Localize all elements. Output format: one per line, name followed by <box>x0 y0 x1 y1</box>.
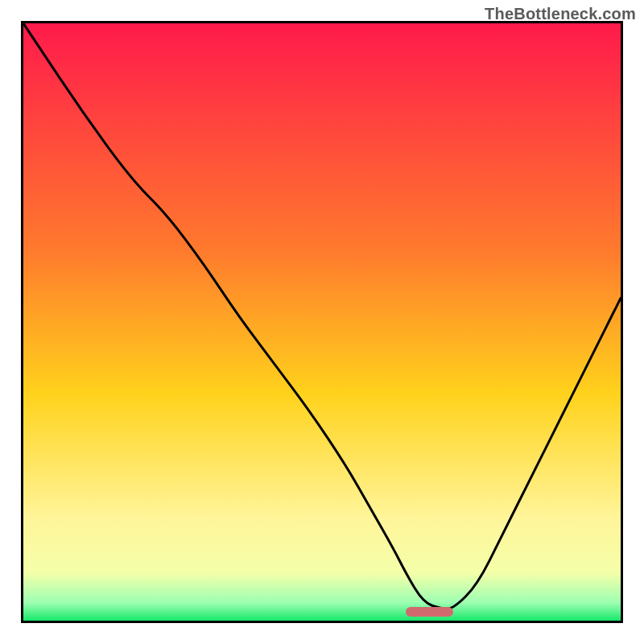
watermark-text: TheBottleneck.com <box>485 5 636 23</box>
optimal-range-marker <box>406 607 453 617</box>
bottleneck-chart <box>23 23 621 621</box>
chart-plot-area <box>21 21 623 623</box>
gradient-background <box>23 23 621 621</box>
